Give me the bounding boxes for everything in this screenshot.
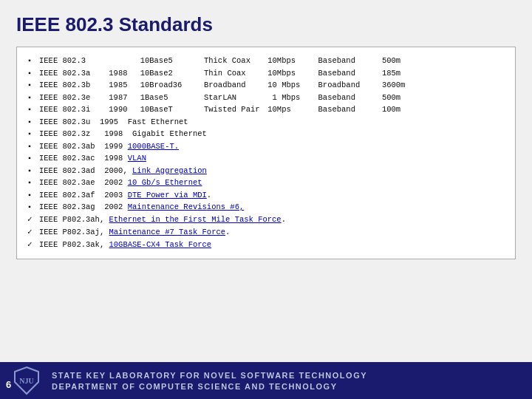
table-row: ▪ IEEE 802.3ae 2002 10 Gb/s Ethernet (27, 177, 505, 189)
table-row: ▪ IEEE 802.3ag 2002 Maintenance Revision… (27, 201, 505, 214)
row-text: IEEE 802.3ag 2002 Maintenance Revisions … (39, 201, 505, 213)
slide-title: IEEE 802.3 Standards (16, 13, 516, 36)
bullet-icon: ▪ (27, 92, 39, 104)
table-row: ✓ IEEE P802.3aj, Maintenance #7 Task For… (27, 226, 505, 239)
row-text: IEEE P802.3aj, Maintenance #7 Task Force… (39, 226, 505, 238)
row-text: IEEE P802.3ak, 10GBASE-CX4 Task Force (39, 239, 505, 250)
link-1000baset[interactable]: 1000BASE-T. (128, 142, 179, 151)
row-text: IEEE 802.3b 1985 10Broad36 Broadband 10 … (39, 79, 505, 91)
link-10gbase-cx4[interactable]: 10GBASE-CX4 Task Force (109, 240, 212, 249)
row-text: IEEE 802.3i 1990 10BaseT Twisted Pair 10… (39, 103, 505, 115)
row-text: IEEE 802.3e 1987 1Base5 StarLAN 1 Mbps B… (39, 92, 505, 103)
row-text: IEEE 802.3ad 2000, Link Aggregation (39, 165, 505, 177)
bullet-icon: ▪ (27, 141, 39, 153)
slide-number: 6 (6, 379, 11, 390)
bullet-icon: ▪ (27, 202, 39, 214)
table-row: ▪ IEEE 802.3b 1985 10Broad36 Broadband 1… (27, 79, 505, 92)
footer-text-block: STATE KEY LABORATORY FOR NOVEL SOFTWARE … (52, 371, 367, 391)
row-text: IEEE 802.3af 2003 DTE Power via MDI. (39, 189, 505, 201)
slide-container: IEEE 802.3 Standards ▪ IEEE 802.3 10Base… (0, 0, 532, 362)
row-text: IEEE 802.3u 1995 Fast Ethernet (39, 116, 505, 128)
bullet-icon: ▪ (27, 80, 39, 92)
row-text: IEEE 802.3 10Base5 Thick Coax 10Mbps Bas… (39, 55, 505, 66)
link-maintenance7[interactable]: Maintenance #7 Task Force (109, 228, 226, 236)
link-aggregation[interactable]: Link Aggregation (132, 166, 207, 175)
row-text: IEEE 802.3z 1998 Gigabit Ethernet (39, 128, 505, 140)
row-text: IEEE 802.3ab 1999 1000BASE-T. (39, 140, 505, 152)
table-row: ▪ IEEE 802.3i 1990 10BaseT Twisted Pair … (27, 103, 505, 116)
bullet-icon: ▪ (27, 190, 39, 202)
content-box: ▪ IEEE 802.3 10Base5 Thick Coax 10Mbps B… (16, 47, 516, 259)
bullet-icon: ▪ (27, 117, 39, 129)
row-text: IEEE 802.3ae 2002 10 Gb/s Ethernet (39, 177, 505, 188)
check-icon: ✓ (27, 226, 39, 239)
table-row: ▪ IEEE 802.3ab 1999 1000BASE-T. (27, 140, 505, 153)
footer-bar: 6 NJU STATE KEY LABORATORY FOR NOVEL SOF… (0, 362, 532, 399)
link-maintenance6[interactable]: Maintenance Revisions #6, (128, 202, 245, 211)
university-logo: NJU (12, 366, 41, 395)
bullet-icon: ▪ (27, 55, 39, 67)
link-dte[interactable]: DTE Power via MDI (128, 191, 207, 200)
svg-text:NJU: NJU (19, 377, 33, 385)
bullet-icon: ▪ (27, 153, 39, 165)
table-row: ▪ IEEE 802.3 10Base5 Thick Coax 10Mbps B… (27, 55, 505, 67)
table-row: ▪ IEEE 802.3af 2003 DTE Power via MDI. (27, 189, 505, 202)
table-row: ▪ IEEE 802.3ad 2000, Link Aggregation (27, 165, 505, 177)
table-row: ▪ IEEE 802.3u 1995 Fast Ethernet (27, 116, 505, 129)
check-icon: ✓ (27, 239, 39, 251)
bullet-icon: ▪ (27, 166, 39, 177)
table-row: ▪ IEEE 802.3z 1998 Gigabit Ethernet (27, 128, 505, 140)
row-text: IEEE P802.3ah, Ethernet in the First Mil… (39, 214, 505, 225)
bullet-icon: ▪ (27, 129, 39, 140)
table-row: ▪ IEEE 802.3ac 1998 VLAN (27, 152, 505, 165)
bullet-icon: ▪ (27, 177, 39, 189)
bullet-icon: ▪ (27, 104, 39, 116)
table-row: ✓ IEEE P802.3ak, 10GBASE-CX4 Task Force (27, 239, 505, 251)
link-10gbs[interactable]: 10 Gb/s Ethernet (128, 178, 202, 187)
footer-line2: DEPARTMENT OF COMPUTER SCIENCE AND TECHN… (52, 382, 367, 391)
footer-line1: STATE KEY LABORATORY FOR NOVEL SOFTWARE … (52, 371, 367, 380)
link-vlan[interactable]: VLAN (128, 154, 146, 163)
table-row: ✓ IEEE P802.3ah, Ethernet in the First M… (27, 214, 505, 226)
table-row: ▪ IEEE 802.3a 1988 10Base2 Thin Coax 10M… (27, 67, 505, 80)
bullet-icon: ▪ (27, 68, 39, 80)
check-icon: ✓ (27, 214, 39, 226)
row-text: IEEE 802.3a 1988 10Base2 Thin Coax 10Mbp… (39, 67, 505, 79)
table-row: ▪ IEEE 802.3e 1987 1Base5 StarLAN 1 Mbps… (27, 92, 505, 104)
row-text: IEEE 802.3ac 1998 VLAN (39, 152, 505, 164)
link-first-mile[interactable]: Ethernet in the First Mile Task Force (109, 215, 282, 224)
